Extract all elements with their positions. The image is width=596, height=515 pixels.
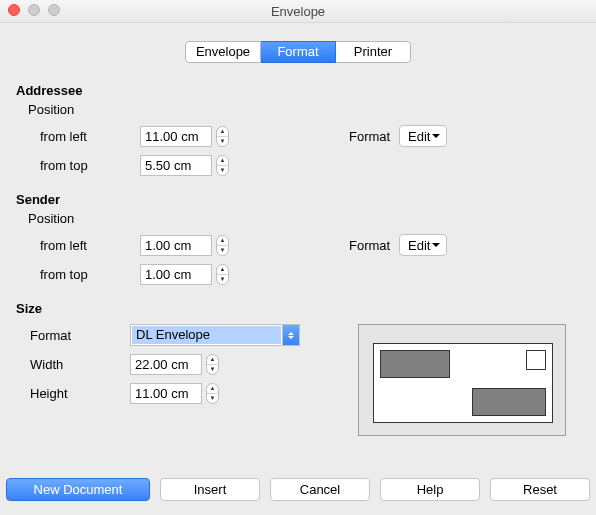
cancel-button[interactable]: Cancel <box>270 478 370 501</box>
addressee-section-label: Addressee <box>16 83 580 98</box>
addressee-format-edit-button[interactable]: Edit <box>399 125 447 147</box>
preview-addressee-rect <box>472 388 546 416</box>
addressee-from-top-stepper[interactable]: ▲▼ <box>216 155 229 176</box>
sender-from-left-label: from left <box>16 238 140 253</box>
insert-button[interactable]: Insert <box>160 478 260 501</box>
size-format-value: DL Envelope <box>132 326 281 344</box>
size-height-input[interactable] <box>130 383 202 404</box>
addressee-from-top-input[interactable] <box>140 155 212 176</box>
sender-from-top-input[interactable] <box>140 264 212 285</box>
addressee-from-left-stepper[interactable]: ▲▼ <box>216 126 229 147</box>
addressee-from-left-label: from left <box>16 129 140 144</box>
sender-format-label: Format <box>349 238 399 253</box>
addressee-position-label: Position <box>28 102 580 117</box>
sender-from-top-stepper[interactable]: ▲▼ <box>216 264 229 285</box>
sender-from-top-label: from top <box>16 267 140 282</box>
close-window-icon[interactable] <box>8 4 20 16</box>
sender-section-label: Sender <box>16 192 580 207</box>
size-width-input[interactable] <box>130 354 202 375</box>
window-title: Envelope <box>0 4 596 19</box>
size-format-label: Format <box>16 328 130 343</box>
preview-sender-rect <box>380 350 450 378</box>
tab-bar: Envelope Format Printer <box>185 41 411 63</box>
sender-format-edit-button[interactable]: Edit <box>399 234 447 256</box>
help-button[interactable]: Help <box>380 478 480 501</box>
envelope-preview <box>358 324 566 436</box>
tab-format[interactable]: Format <box>261 41 336 63</box>
sender-from-left-stepper[interactable]: ▲▼ <box>216 235 229 256</box>
new-document-button[interactable]: New Document <box>6 478 150 501</box>
size-height-label: Height <box>16 386 130 401</box>
addressee-format-label: Format <box>349 129 399 144</box>
preview-stamp-rect <box>526 350 546 370</box>
titlebar: Envelope <box>0 0 596 23</box>
tab-printer[interactable]: Printer <box>336 41 411 63</box>
zoom-window-icon <box>48 4 60 16</box>
combo-arrow-icon <box>282 325 299 345</box>
sender-from-left-input[interactable] <box>140 235 212 256</box>
minimize-window-icon <box>28 4 40 16</box>
reset-button[interactable]: Reset <box>490 478 590 501</box>
size-width-stepper[interactable]: ▲▼ <box>206 354 219 375</box>
envelope-preview-canvas <box>373 343 553 423</box>
size-section-label: Size <box>16 301 580 316</box>
size-format-combo[interactable]: DL Envelope <box>130 324 300 346</box>
addressee-from-left-input[interactable] <box>140 126 212 147</box>
size-height-stepper[interactable]: ▲▼ <box>206 383 219 404</box>
addressee-from-top-label: from top <box>16 158 140 173</box>
size-width-label: Width <box>16 357 130 372</box>
sender-position-label: Position <box>28 211 580 226</box>
tab-envelope[interactable]: Envelope <box>185 41 261 63</box>
